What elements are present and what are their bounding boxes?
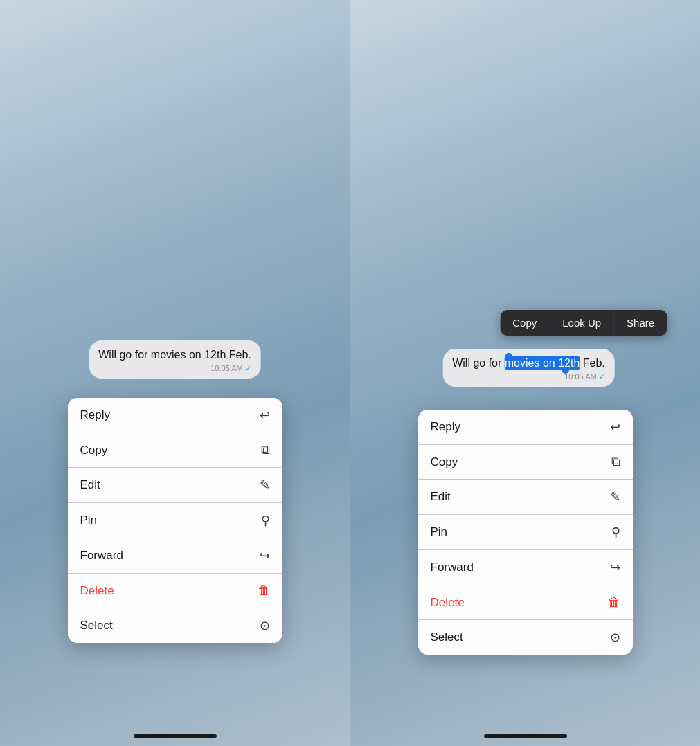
right-context-menu: Reply ↩ Copy ⧉ Edit ✎ Pin ⚲ Forward ↪ De… [418,410,633,655]
right-menu-delete[interactable]: Delete 🗑 [418,585,633,620]
right-delete-icon: 🗑 [608,595,620,610]
svg-marker-0 [576,335,584,336]
popup-copy[interactable]: Copy [500,310,550,336]
left-message-bubble: Will go for movies on 12th Feb. 10:05 AM… [89,340,261,379]
right-menu-pin-label: Pin [431,525,448,539]
left-select-icon: ⊙ [260,618,270,633]
left-menu-edit-label: Edit [80,478,100,492]
right-menu-forward-label: Forward [431,561,474,574]
right-menu-copy[interactable]: Copy ⧉ [418,445,633,480]
text-after-highlight: Feb. [580,357,604,369]
popup-share[interactable]: Share [614,310,667,336]
selection-handle-right [562,367,569,374]
left-home-bar [134,734,217,738]
right-message-bubble: Will go for movies on 12th Feb. 10:05 AM… [442,349,615,387]
left-copy-icon: ⧉ [261,443,270,457]
left-menu-delete[interactable]: Delete 🗑 [68,574,282,608]
left-pin-icon: ⚲ [261,513,270,528]
left-menu-pin[interactable]: Pin ⚲ [68,503,282,538]
right-menu-edit[interactable]: Edit ✎ [418,480,633,515]
left-checkmark: ✓ [245,364,251,372]
left-reply-icon: ↩ [260,408,270,423]
right-select-icon: ⊙ [610,630,620,645]
right-menu-reply-label: Reply [431,420,460,434]
left-forward-icon: ↪ [260,548,270,563]
right-phone-panel: Copy Look Up Share Will go for movies on… [350,0,700,746]
right-menu-pin[interactable]: Pin ⚲ [418,515,633,550]
left-menu-pin-label: Pin [80,513,98,527]
right-edit-icon: ✎ [610,489,620,504]
left-context-menu: Reply ↩ Copy ⧉ Edit ✎ Pin ⚲ Forward ↪ De… [68,398,282,643]
right-reply-icon: ↩ [610,419,620,435]
left-menu-select-label: Select [80,619,113,633]
left-edit-icon: ✎ [260,477,270,493]
right-forward-icon: ↪ [610,560,620,575]
right-checkmark: ✓ [599,372,605,381]
right-menu-copy-label: Copy [431,455,458,469]
left-menu-reply-label: Reply [80,408,110,422]
right-home-bar [484,734,567,738]
left-phone-panel: Will go for movies on 12th Feb. 10:05 AM… [0,0,350,746]
left-menu-forward-label: Forward [80,549,123,563]
left-menu-copy[interactable]: Copy ⧉ [68,433,282,468]
right-menu-select[interactable]: Select ⊙ [418,620,633,655]
right-menu-edit-label: Edit [431,490,451,504]
right-pin-icon: ⚲ [611,525,620,540]
left-message-time: 10:05 AM ✓ [98,364,251,373]
right-message-time: 10:05 AM ✓ [452,372,605,381]
right-copy-icon: ⧉ [611,455,620,469]
left-message-text: Will go for movies on 12th Feb. [98,347,251,363]
left-menu-delete-label: Delete [80,584,114,598]
right-menu-delete-label: Delete [431,596,465,610]
popup-arrow [576,335,584,336]
left-menu-reply[interactable]: Reply ↩ [68,398,282,433]
left-menu-select[interactable]: Select ⊙ [68,608,282,643]
right-menu-select-label: Select [431,630,463,644]
left-menu-forward[interactable]: Forward ↪ [68,538,282,574]
left-menu-copy-label: Copy [80,444,108,457]
right-menu-reply[interactable]: Reply ↩ [418,410,633,445]
text-before-highlight: Will go for [452,357,505,369]
right-selection-popup: Copy Look Up Share [500,310,667,336]
left-delete-icon: 🗑 [258,583,270,598]
popup-lookup[interactable]: Look Up [550,310,614,336]
selection-handle-left [505,353,512,360]
right-message-text: Will go for movies on 12th Feb. [452,356,605,371]
right-menu-forward[interactable]: Forward ↪ [418,550,633,585]
left-menu-edit[interactable]: Edit ✎ [68,468,282,503]
